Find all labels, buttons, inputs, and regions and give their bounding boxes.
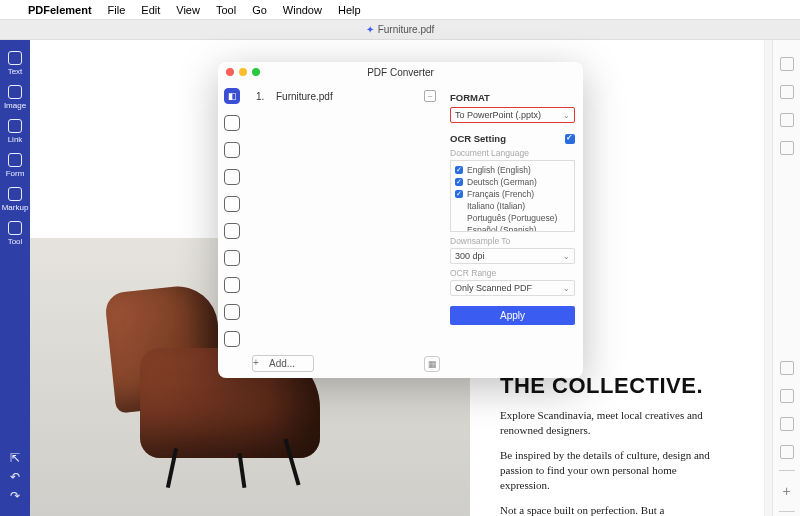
mac-menubar: PDFelement File Edit View Tool Go Window… [0,0,800,20]
zoom-icon[interactable] [252,68,260,76]
add-file-button[interactable]: Add... [252,355,314,372]
file-list: 1. Furniture.pdf – Add... ▦ [246,82,446,378]
checkbox-icon[interactable] [455,166,463,174]
panel-icon-4[interactable] [780,141,794,155]
body-paragraph: Be inspired by the details of culture, d… [500,448,725,493]
converter-type-icon[interactable] [224,250,240,266]
panel-icon-1[interactable] [780,57,794,71]
file-row[interactable]: 1. Furniture.pdf – [252,88,440,104]
document-title[interactable]: Furniture.pdf [378,24,435,35]
apply-button[interactable]: Apply [450,306,575,325]
ocr-range-select[interactable]: Only Scanned PDF⌄ [450,280,575,296]
converter-type-active[interactable]: ◧ [224,88,240,104]
language-heading: Document Language [450,148,575,158]
ocr-heading: OCR Setting [450,133,506,144]
tool-form[interactable]: Form [3,150,27,180]
chevron-down-icon: ⌄ [563,252,570,261]
app-name[interactable]: PDFelement [20,4,100,16]
form-icon [8,153,22,167]
menu-edit[interactable]: Edit [133,4,168,16]
lang-option[interactable]: Español (Spanish) [455,224,570,232]
menu-help[interactable]: Help [330,4,369,16]
redo-icon[interactable]: ↷ [8,489,22,503]
body-paragraph: Not a space built on perfection. But a [500,503,725,516]
checkbox-icon[interactable] [455,178,463,186]
format-select[interactable]: To PowerPoint (.pptx)⌄ [450,107,575,123]
file-name: Furniture.pdf [276,91,333,102]
share-icon[interactable]: ⇱ [8,451,22,465]
menu-window[interactable]: Window [275,4,330,16]
dialog-settings: FORMAT To PowerPoint (.pptx)⌄ OCR Settin… [446,82,583,378]
menu-go[interactable]: Go [244,4,275,16]
converter-type-icon[interactable] [224,169,240,185]
ocr-toggle[interactable] [565,134,575,144]
lang-option[interactable]: Português (Portuguese) [455,212,570,224]
tool-link[interactable]: Link [3,116,27,146]
chevron-down-icon: ⌄ [563,111,570,120]
document-tabbar: ✦ Furniture.pdf [0,20,800,40]
checkbox-icon[interactable] [455,190,463,198]
downsample-heading: Downsample To [450,236,575,246]
file-index: 1. [256,91,266,102]
lang-option[interactable]: Italiano (Italian) [455,200,570,212]
tool-text[interactable]: Text [3,48,27,78]
image-icon [8,85,22,99]
link-icon [8,119,22,133]
undo-icon[interactable]: ↶ [8,470,22,484]
lang-option[interactable]: Français (French) [455,188,570,200]
add-panel-icon[interactable]: + [782,483,790,499]
converter-type-icon[interactable] [224,115,240,131]
panel-icon-6[interactable] [780,389,794,403]
converter-type-icon[interactable] [224,142,240,158]
tool-tool[interactable]: Tool [3,218,27,248]
panel-icon-8[interactable] [780,445,794,459]
dialog-title: PDF Converter [367,67,434,78]
panel-icon-5[interactable] [780,361,794,375]
grid-view-icon[interactable]: ▦ [424,356,440,372]
tool-markup[interactable]: Markup [3,184,27,214]
converter-type-icon[interactable] [224,331,240,347]
panel-icon-3[interactable] [780,113,794,127]
language-list[interactable]: English (English) Deutsch (German) Franç… [450,160,575,232]
tool-icon [8,221,22,235]
minimize-icon[interactable] [239,68,247,76]
converter-type-icon[interactable] [224,196,240,212]
close-icon[interactable] [226,68,234,76]
markup-icon [8,187,22,201]
panel-icon-2[interactable] [780,85,794,99]
lang-option[interactable]: English (English) [455,164,570,176]
converter-type-icon[interactable] [224,277,240,293]
dialog-titlebar[interactable]: PDF Converter [218,62,583,82]
body-paragraph: Explore Scandinavia, meet local creative… [500,408,725,438]
ocr-range-heading: OCR Range [450,268,575,278]
tool-image[interactable]: Image [3,82,27,112]
chevron-down-icon: ⌄ [563,284,570,293]
left-tool-sidebar: Text Image Link Form Markup Tool ⇱ ↶ ↷ [0,40,30,516]
menu-view[interactable]: View [168,4,208,16]
panel-icon-7[interactable] [780,417,794,431]
dialog-sidebar: ◧ [218,82,246,378]
right-panel-sidebar: + [772,40,800,516]
menu-file[interactable]: File [100,4,134,16]
doc-icon: ✦ [366,24,374,35]
lang-option[interactable]: Deutsch (German) [455,176,570,188]
text-icon [8,51,22,65]
converter-type-icon[interactable] [224,304,240,320]
pdf-converter-dialog: PDF Converter ◧ 1. Furniture.pdf – [218,62,583,378]
downsample-select[interactable]: 300 dpi⌄ [450,248,575,264]
converter-type-icon[interactable] [224,223,240,239]
remove-file-icon[interactable]: – [424,90,436,102]
format-heading: FORMAT [450,92,575,103]
menu-tool[interactable]: Tool [208,4,244,16]
scrollbar[interactable] [764,40,772,516]
